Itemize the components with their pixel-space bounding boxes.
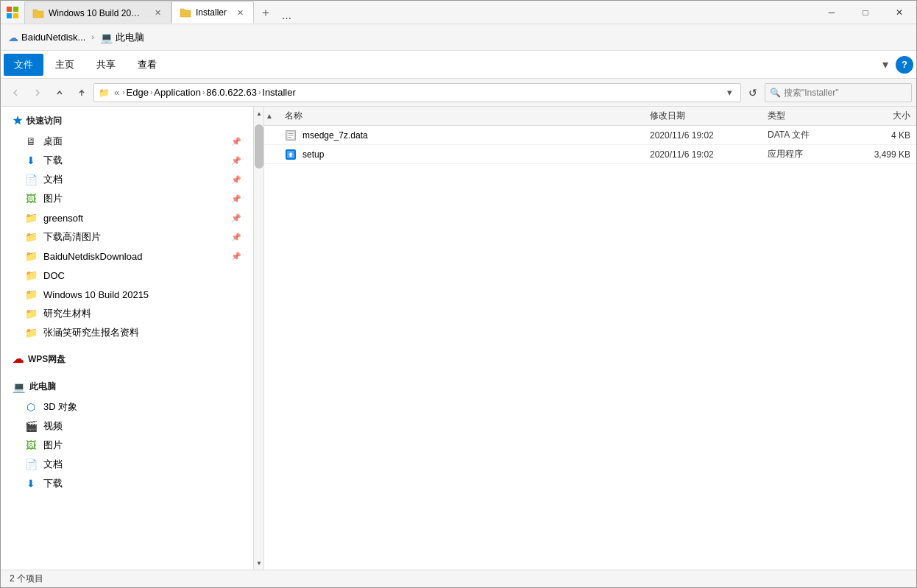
ab-edge[interactable]: Edge	[127, 87, 149, 98]
ab-version[interactable]: 86.0.622.63	[206, 87, 257, 98]
tab-overflow-btn[interactable]: ⋯	[277, 13, 296, 24]
tab-label: Windows 10 Build 20215	[49, 8, 144, 18]
pin-icon-4: 📌	[231, 194, 241, 204]
folder-icon-zhang: 📁	[24, 327, 38, 339]
file-type-setup: 应用程序	[762, 148, 843, 160]
col-header-name[interactable]: 名称	[279, 110, 644, 122]
address-dropdown-btn[interactable]: ▾	[723, 84, 736, 102]
app-icon	[1, 1, 24, 24]
ribbon-tab-home[interactable]: 主页	[45, 54, 85, 76]
ribbon-tab-file[interactable]: 文件	[4, 54, 43, 76]
sidebar-item-greensoft[interactable]: 📁 greensoft 📌	[1, 208, 253, 227]
sidebar-scrollbar[interactable]: ▲ ▼	[253, 107, 263, 570]
tab-folder-icon-2	[180, 7, 191, 18]
folder-icon-hd: 📁	[24, 231, 38, 243]
tab-windows-build[interactable]: Windows 10 Build 20215 ✕	[24, 1, 171, 24]
ab-sep-1: ›	[121, 88, 126, 96]
sidebar-item-win10[interactable]: 📁 Windows 10 Build 20215	[1, 285, 253, 304]
ribbon-right: ▾ ?	[878, 54, 913, 74]
monitor-icon: 🖥	[24, 135, 38, 147]
breadcrumb-computer[interactable]: 💻 此电脑	[96, 29, 149, 46]
computer-nav-icon: 💻	[13, 381, 25, 393]
up-arrow-btn[interactable]	[49, 82, 70, 103]
file-label-msedge: msedge_7z.data	[302, 130, 368, 141]
main-area: ★ 快速访问 🖥 桌面 📌 ⬇ 下载 📌 📄 文档 📌	[1, 107, 916, 570]
breadcrumb-bar: ☁ BaiduNetdisk... › 💻 此电脑	[1, 24, 916, 51]
ab-double-arrow: «	[113, 87, 121, 98]
sidebar-item-pictures[interactable]: 🖼 图片 📌	[1, 189, 253, 208]
ab-installer[interactable]: Installer	[262, 87, 296, 98]
sidebar-item-downloads[interactable]: ⬇ 下载 📌	[1, 151, 253, 170]
tab-installer[interactable]: Installer ✕	[171, 1, 254, 24]
scroll-up-btn[interactable]: ▲	[254, 108, 264, 118]
file-area: ▲ 名称 修改日期 类型 大小	[264, 107, 916, 570]
sidebar-content: ★ 快速访问 🖥 桌面 📌 ⬇ 下载 📌 📄 文档 📌	[1, 107, 253, 496]
breadcrumb-sep: ›	[91, 33, 93, 41]
file-date-msedge: 2020/11/6 19:02	[644, 130, 762, 141]
back-btn[interactable]	[5, 82, 26, 103]
file-name-cell-msedge: msedge_7z.data	[279, 130, 644, 141]
new-tab-btn[interactable]: ＋	[254, 1, 277, 24]
sidebar-item-doc[interactable]: 📁 DOC	[1, 266, 253, 285]
pin-icon-2: 📌	[231, 156, 241, 166]
scroll-thumb[interactable]	[255, 124, 263, 169]
breadcrumb-baidu-label: BaiduNetdisk...	[21, 32, 85, 43]
ribbon: 文件 主页 共享 查看 ▾ ?	[1, 51, 916, 79]
sidebar-item-documents-2[interactable]: 📄 文档	[1, 455, 253, 474]
pin-icon-5: 📌	[231, 213, 241, 223]
file-row-msedge[interactable]: msedge_7z.data 2020/11/6 19:02 DATA 文件 4…	[264, 126, 916, 145]
search-box: 🔍	[765, 83, 912, 102]
sidebar-item-video[interactable]: 🎬 视频	[1, 417, 253, 436]
sidebar-item-3d[interactable]: ⬡ 3D 对象	[1, 397, 253, 417]
refresh-btn[interactable]: ↺	[743, 82, 763, 103]
col-header-date[interactable]: 修改日期	[644, 110, 762, 122]
tab-installer-close-btn[interactable]: ✕	[234, 7, 246, 18]
sidebar-item-pictures-2[interactable]: 🖼 图片	[1, 436, 253, 455]
column-header: ▲ 名称 修改日期 类型 大小	[264, 107, 916, 126]
file-row-setup[interactable]: setup 2020/11/6 19:02 应用程序 3,499 KB	[264, 145, 916, 164]
scroll-down-btn[interactable]: ▼	[254, 558, 264, 568]
quick-access-header: ★ 快速访问	[1, 110, 253, 132]
close-btn[interactable]: ✕	[882, 1, 916, 24]
breadcrumb-baidu[interactable]: ☁ BaiduNetdisk...	[4, 30, 90, 45]
3d-icon: ⬡	[24, 401, 38, 413]
search-input[interactable]	[784, 88, 907, 98]
ribbon-tab-share[interactable]: 共享	[86, 54, 126, 76]
file-type-msedge: DATA 文件	[762, 129, 843, 141]
sidebar-item-documents[interactable]: 📄 文档 📌	[1, 170, 253, 189]
download-icon: ⬇	[24, 155, 38, 166]
up-dir-btn[interactable]	[71, 82, 92, 103]
nav-bar: 📁 « › Edge › Application › 86.0.622.63 ›	[1, 79, 916, 107]
tabs-area: Windows 10 Build 20215 ✕ Installer ✕ ＋ ⋯	[24, 1, 815, 24]
forward-btn[interactable]	[27, 82, 48, 103]
sidebar-item-baidu-download[interactable]: 📁 BaiduNetdiskDownload 📌	[1, 247, 253, 266]
ab-sep-2: ›	[149, 88, 154, 96]
tab-installer-label: Installer	[196, 7, 227, 18]
sidebar-item-desktop[interactable]: 🖥 桌面 📌	[1, 132, 253, 151]
svg-rect-1	[13, 7, 18, 12]
col-header-size[interactable]: 大小	[843, 110, 916, 122]
ab-application[interactable]: Application	[154, 87, 201, 98]
sidebar-item-grad-materials[interactable]: 📁 研究生材料	[1, 304, 253, 323]
maximize-btn[interactable]: □	[849, 1, 882, 24]
sort-indicator: ▲	[264, 112, 279, 120]
minimize-btn[interactable]: ─	[815, 1, 849, 24]
document-icon: 📄	[24, 174, 38, 185]
svg-rect-2	[7, 13, 12, 18]
sidebar-item-zhang[interactable]: 📁 张涵笑研究生报名资料	[1, 323, 253, 342]
sidebar-item-downloads-2[interactable]: ⬇ 下载	[1, 474, 253, 493]
cloud-icon: ☁	[8, 32, 18, 43]
pin-icon-7: 📌	[231, 252, 241, 261]
file-date-setup: 2020/11/6 19:02	[644, 149, 762, 160]
ribbon-collapse-btn[interactable]: ▾	[878, 54, 893, 74]
exe-file-icon	[285, 149, 297, 160]
help-btn[interactable]: ?	[896, 56, 913, 74]
tab-folder-icon	[32, 7, 44, 19]
col-header-type[interactable]: 类型	[762, 110, 843, 122]
address-bar[interactable]: 📁 « › Edge › Application › 86.0.622.63 ›	[93, 83, 741, 102]
tab-close-btn[interactable]: ✕	[152, 7, 163, 19]
ribbon-tab-view[interactable]: 查看	[127, 54, 167, 76]
window: Windows 10 Build 20215 ✕ Installer ✕ ＋ ⋯…	[0, 0, 917, 588]
sidebar-item-hd-pictures[interactable]: 📁 下载高清图片 📌	[1, 227, 253, 247]
wps-header: ☁ WPS网盘	[1, 348, 253, 370]
